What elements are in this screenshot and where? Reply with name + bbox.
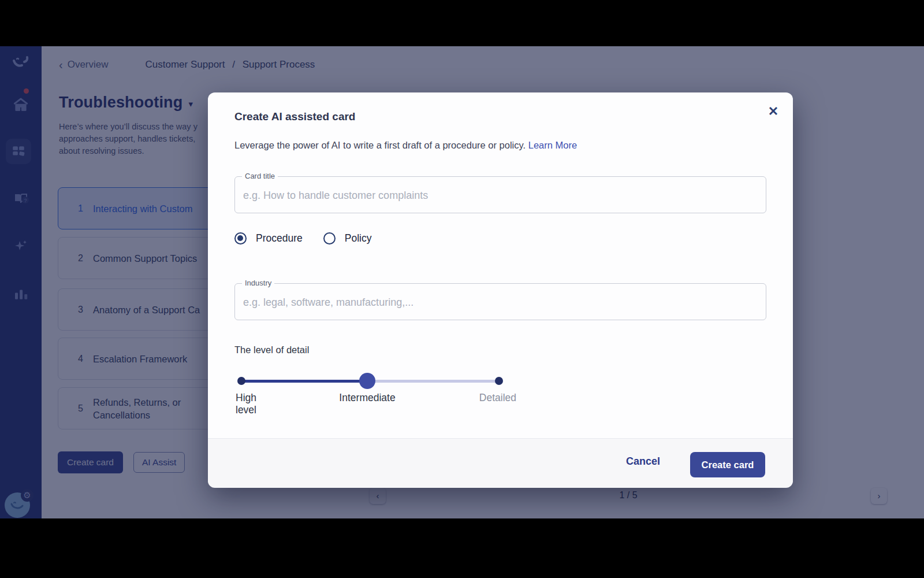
slider-stop-detailed[interactable] <box>495 377 503 385</box>
modal-title: Create AI assisted card <box>234 110 355 123</box>
learn-more-link[interactable]: Learn More <box>528 140 577 150</box>
slider-label-high-level[interactable]: High level <box>236 392 256 416</box>
radio-procedure[interactable]: Procedure <box>234 232 303 244</box>
radio-label: Policy <box>345 232 372 244</box>
card-title-field: Card title <box>234 176 766 213</box>
slider-handle[interactable] <box>359 373 375 389</box>
slider-label-intermediate[interactable]: Intermediate <box>333 392 402 404</box>
letterbox-top <box>0 0 924 46</box>
subtitle-text: Leverage the power of AI to write a firs… <box>234 140 526 150</box>
slider-filled-track <box>241 380 367 383</box>
create-ai-card-modal: Create AI assisted card ✕ Leverage the p… <box>208 92 793 487</box>
letterbox-bottom <box>0 518 924 578</box>
industry-input[interactable] <box>242 284 758 321</box>
modal-footer: Cancel Create card <box>208 438 793 488</box>
cancel-button[interactable]: Cancel <box>623 455 664 468</box>
close-icon[interactable]: ✕ <box>765 103 782 120</box>
card-type-radio-group: Procedure Policy <box>234 232 371 244</box>
radio-label: Procedure <box>256 232 303 244</box>
modal-create-card-button[interactable]: Create card <box>690 452 765 477</box>
industry-field: Industry <box>234 283 766 320</box>
radio-selected-icon <box>234 232 247 244</box>
card-title-input[interactable] <box>242 177 758 214</box>
slider-label-detailed[interactable]: Detailed <box>476 392 516 404</box>
radio-policy[interactable]: Policy <box>323 232 372 244</box>
modal-subtitle: Leverage the power of AI to write a firs… <box>234 140 577 151</box>
detail-level-label: The level of detail <box>234 344 309 355</box>
slider-stop-high-level[interactable] <box>237 377 245 385</box>
radio-unselected-icon <box>323 232 336 244</box>
